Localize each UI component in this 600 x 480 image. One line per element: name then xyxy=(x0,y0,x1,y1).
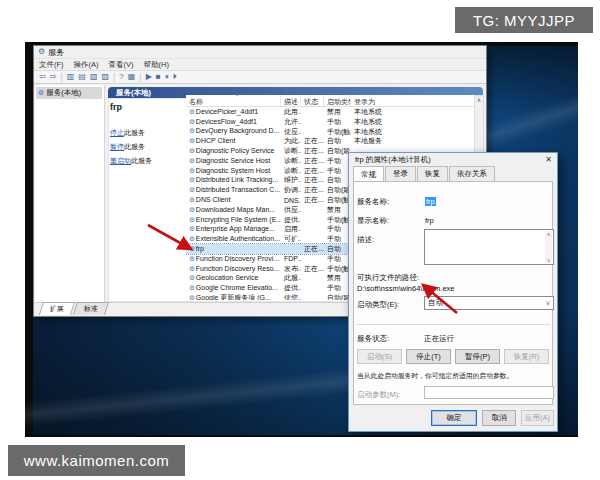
tab-常规[interactable]: 常规 xyxy=(353,166,384,182)
table-row[interactable]: ⚙DevQuery Background D...使应...手动(触发...本地… xyxy=(186,127,476,137)
toolbar-separator: | xyxy=(113,72,115,82)
tab-恢复[interactable]: 恢复 xyxy=(417,166,448,181)
column-header[interactable]: 登录为 xyxy=(351,95,476,106)
tab-登录[interactable]: 登录 xyxy=(385,166,416,181)
cell-status: 正在... xyxy=(301,166,324,176)
cell-startup: 手动 xyxy=(324,283,351,293)
menu-item[interactable]: 帮助(H) xyxy=(144,60,169,70)
cell-name: ⚙Diagnostic System Host xyxy=(186,167,281,175)
cell-name: ⚙Enterprise App Manage... xyxy=(186,225,281,233)
restart-service-icon[interactable]: ⏵ xyxy=(173,73,177,81)
cell-desc: DNS... xyxy=(281,197,301,204)
service-name-value: frp xyxy=(425,197,436,206)
description-field[interactable]: ∧ ∨ xyxy=(424,229,554,265)
stop-service-icon[interactable]: ■ xyxy=(156,73,161,81)
cell-startup: 手动 xyxy=(324,117,351,127)
cell-startup: 手动 xyxy=(324,254,351,264)
cell-desc: 协调... xyxy=(281,185,301,195)
stop-button[interactable]: 停止(T) xyxy=(406,349,451,364)
service-link-action[interactable]: 重启动 xyxy=(110,157,131,164)
forward-icon[interactable]: ⇨ xyxy=(50,73,57,81)
cell-logon: 本地系统 xyxy=(351,117,476,127)
start-service-icon[interactable]: ▶ xyxy=(146,73,152,81)
service-status-label: 服务状态: xyxy=(357,334,389,344)
cancel-button[interactable]: 取消 xyxy=(482,410,516,426)
service-name-selected-text: frp xyxy=(425,197,436,206)
toolbar-separator: | xyxy=(60,72,62,82)
startup-type-value: 自动 xyxy=(428,298,443,308)
menu-item[interactable]: 查看(V) xyxy=(109,60,134,70)
service-action-link[interactable]: 暂停此服务 xyxy=(110,142,186,152)
close-icon[interactable]: ✕ xyxy=(545,155,552,164)
scroll-down-icon[interactable]: ∨ xyxy=(547,257,551,263)
desktop: ⚙ 服务 文件(F)操作(A)查看(V)帮助(H) ⇦⇨|▥▤▧▨|?▦|▶■⏸… xyxy=(25,42,578,437)
scroll-up-icon[interactable]: ∧ xyxy=(475,96,483,105)
cell-startup: 禁用 xyxy=(324,273,351,283)
pause-service-icon[interactable]: ⏸ xyxy=(165,73,169,81)
service-link-suffix: 此服务 xyxy=(124,129,145,136)
column-header[interactable]: 状态 xyxy=(301,95,324,106)
description-icon[interactable]: ▦ xyxy=(128,73,136,81)
cell-name: ⚙Encrypting File System (E... xyxy=(186,216,281,224)
cell-desc: 提供... xyxy=(281,283,301,293)
service-action-link[interactable]: 重启动此服务 xyxy=(110,156,186,166)
cell-desc: 可扩... xyxy=(281,234,301,244)
help-icon[interactable]: ? xyxy=(119,73,123,81)
service-icon: ⚙ xyxy=(189,186,195,193)
startup-type-dropdown[interactable]: 自动 ˅ xyxy=(424,296,554,310)
column-header[interactable]: 启动类型 xyxy=(324,95,351,106)
service-action-link[interactable]: 停止此服务 xyxy=(110,128,186,138)
cell-desc: 为此... xyxy=(281,136,301,146)
column-header[interactable]: 描述 xyxy=(281,95,301,106)
services-titlebar[interactable]: ⚙ 服务 xyxy=(34,46,486,59)
service-link-action[interactable]: 暂停 xyxy=(110,143,124,150)
cell-name: ⚙Function Discovery Reso... xyxy=(186,265,281,273)
startup-params-input[interactable] xyxy=(424,386,554,399)
service-status-value: 正在运行 xyxy=(424,334,454,344)
cell-status: 正在... xyxy=(301,244,324,254)
cell-desc: 使您... xyxy=(281,293,301,300)
dialog-titlebar[interactable]: frp 的属性(本地计算机) xyxy=(349,153,557,167)
back-icon[interactable]: ⇦ xyxy=(39,73,46,81)
cell-startup: 自动(延迟 xyxy=(324,146,351,156)
table-row[interactable]: ⚙DevicesFlow_4ddf1允许...手动本地系统 xyxy=(186,117,476,127)
menu-item[interactable]: 操作(A) xyxy=(74,60,99,70)
view-tab-标准[interactable]: 标准 xyxy=(73,302,109,315)
table-row[interactable]: ⚙DHCP Client为此...正在...自动本地服务 xyxy=(186,136,476,146)
cell-status: 正在... xyxy=(301,146,324,156)
column-header[interactable]: 名称ˆ xyxy=(186,95,281,106)
pause-button[interactable]: 暂停(P) xyxy=(455,349,500,364)
view-tab-扩展[interactable]: 扩展 xyxy=(39,302,75,315)
menu-item[interactable]: 文件(F) xyxy=(39,60,64,70)
cell-desc: 诊断... xyxy=(281,146,301,156)
cell-name: ⚙Diagnostic Service Host xyxy=(186,157,281,165)
textarea-scrollbar[interactable]: ∧ ∨ xyxy=(545,231,552,263)
cell-name: ⚙Google 更新服务项 (G... xyxy=(186,293,281,300)
cell-desc: 此服... xyxy=(281,273,301,283)
export-list-icon[interactable]: ▧ xyxy=(90,73,98,81)
cell-name: ⚙Geolocation Service xyxy=(186,274,281,282)
service-link-action[interactable]: 停止 xyxy=(110,129,124,136)
tree-item-services-local[interactable]: ⚙ 服务(本地) xyxy=(36,87,102,99)
cell-name: ⚙DNS Client xyxy=(186,196,281,204)
cell-startup: 手动 xyxy=(324,166,351,176)
table-row[interactable]: ⚙DevicePicker_4ddf1此用...禁用本地系统 xyxy=(186,107,476,117)
watermark-top-text: TG: MYYJJPP xyxy=(473,12,575,29)
service-icon: ⚙ xyxy=(189,225,195,232)
cell-logon: 本地系统 xyxy=(351,107,476,117)
cell-name: ⚙Diagnostic Policy Service xyxy=(186,147,281,155)
ok-button[interactable]: 确定 xyxy=(431,410,477,426)
console-tree-icon[interactable]: ▥ xyxy=(67,73,75,81)
display-name-value: frp xyxy=(425,216,434,225)
cell-name: ⚙Extensible Authentication... xyxy=(186,235,281,243)
tab-依存关系[interactable]: 依存关系 xyxy=(449,166,495,181)
cell-desc: 允许... xyxy=(281,117,301,127)
properties-icon[interactable]: ▤ xyxy=(78,73,86,81)
scroll-up-icon[interactable]: ∧ xyxy=(547,231,551,237)
cell-desc: 启用... xyxy=(281,224,301,234)
service-icon: ⚙ xyxy=(189,127,195,134)
cell-desc: 发布... xyxy=(281,264,301,274)
services-app-icon: ⚙ xyxy=(38,48,45,56)
refresh-icon[interactable]: ▨ xyxy=(101,73,109,81)
start-button: 启动(S) xyxy=(357,349,402,364)
